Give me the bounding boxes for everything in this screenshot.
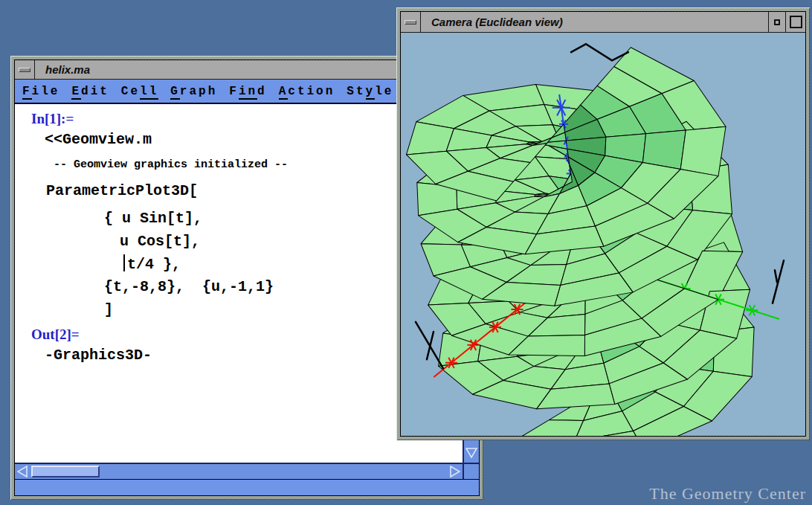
code-line-5: {t,-8,8}, {u,-1,1} [104,278,274,295]
menu-file[interactable]: File [22,85,59,98]
code-line-4: t/4 }, [127,256,181,273]
notebook-footer [15,479,479,495]
camera-viewport[interactable] [401,33,805,436]
scrollbar-corner [463,464,479,479]
code-line-1: ParametricPlot3D[ [46,182,198,199]
arrow-right-icon [450,466,460,477]
scroll-down-button[interactable] [465,444,478,462]
menu-action[interactable]: Action [279,85,335,98]
menu-cell[interactable]: Cell [121,85,158,98]
arrow-down-icon [465,448,477,458]
iconify-icon [774,19,780,25]
code-line-3: u Cos[t], [120,233,200,250]
message-line: -- Geomview graphics initialized -- [54,158,288,171]
menu-edit[interactable]: Edit [71,85,109,98]
window-menu-icon [405,20,416,25]
out-value: -Graphics3D- [45,347,152,364]
camera-window-title: Camera (Euclidean view) [421,12,768,32]
in-label: In[1]:= [31,111,74,127]
horizontal-scrollbar-thumb[interactable] [31,466,100,477]
maximize-icon [790,16,802,28]
menu-style[interactable]: Style [347,85,393,98]
horizontal-scrollbar[interactable] [15,464,463,479]
geometry-center-watermark: The Geometry Center [649,484,806,504]
iconify-button[interactable] [768,12,785,32]
text-cursor [123,254,125,271]
desktop: The Geometry Center helix.ma File Edit C… [0,0,812,505]
camera-window-menu-button[interactable] [401,12,421,32]
camera-titlebar[interactable]: Camera (Euclidean view) [401,12,805,33]
code-line-6: ] [104,301,113,318]
maximize-button[interactable] [785,12,805,32]
scroll-right-button[interactable] [448,464,463,479]
window-menu-button[interactable] [15,60,35,79]
out-label: Out[2]= [31,327,80,343]
notebook-content[interactable]: In[1]:= <<Geomview.m -- Geomview graphic… [15,104,463,463]
arrow-left-icon [17,466,28,477]
menu-find[interactable]: Find [229,85,266,98]
code-line-2: { u Sin[t], [104,210,202,227]
camera-window: Camera (Euclidean view) [396,7,810,440]
code-line-load: <<Geomview.m [45,131,152,148]
scroll-left-button[interactable] [15,464,30,479]
menu-graph[interactable]: Graph [170,85,217,98]
window-menu-icon [19,68,30,72]
helicoid-3d-view[interactable] [401,33,805,436]
